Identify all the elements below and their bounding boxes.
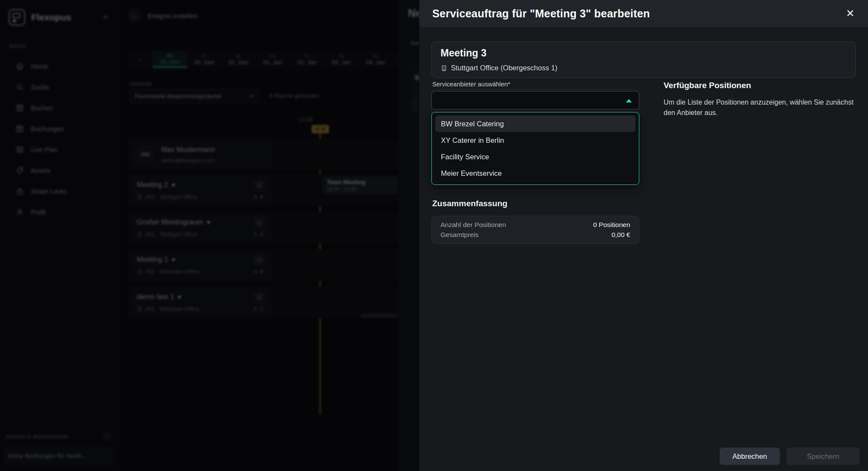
summary-heading: Zusammenfassung [432, 199, 507, 208]
summary-label: Gesamtpreis [441, 231, 479, 239]
available-positions-hint: Um die Liste der Positionen anzuzeigen, … [664, 97, 861, 118]
chevron-up-icon [626, 99, 632, 102]
summary-value: 0 Positionen [593, 221, 630, 229]
meeting-name: Meeting 3 [441, 47, 487, 59]
service-order-modal: Serviceauftrag für "Meeting 3" bearbeite… [419, 0, 868, 471]
summary-row-total: Gesamtpreis 0,00 € [441, 231, 630, 239]
summary-label: Anzahl der Positionen [441, 221, 506, 229]
meeting-location: Stuttgart Office (Obergeschoss 1) [441, 64, 557, 72]
provider-dropdown: BW Brezel Catering XY Caterer in Berlin … [431, 112, 639, 185]
summary-row-positions: Anzahl der Positionen 0 Positionen [441, 221, 630, 229]
close-icon[interactable]: ✕ [844, 7, 857, 20]
modal-header: Serviceauftrag für "Meeting 3" bearbeite… [419, 0, 868, 27]
modal-footer: Abbrechen Speichern [419, 444, 868, 471]
save-button[interactable]: Speichern [786, 448, 860, 465]
summary-value: 0,00 € [612, 231, 630, 239]
building-icon [441, 65, 447, 72]
provider-select[interactable] [431, 91, 639, 109]
available-positions-heading: Verfügbare Positionen [664, 81, 751, 90]
provider-option-meier-eventservice[interactable]: Meier Eventservice [435, 165, 635, 181]
provider-option-bw-brezel-catering[interactable]: BW Brezel Catering [435, 115, 635, 132]
modal-title: Serviceauftrag für "Meeting 3" bearbeite… [432, 7, 650, 20]
summary-card: Anzahl der Positionen 0 Positionen Gesam… [431, 216, 639, 244]
provider-select-label: Serviceanbieter auswählen* [432, 81, 510, 88]
app-root: Flexopus ≡ MENÜ Home Suche Buchen [0, 0, 868, 471]
provider-option-facility-service[interactable]: Facility Service [435, 148, 635, 165]
cancel-button[interactable]: Abbrechen [720, 448, 780, 465]
provider-option-xy-caterer-in-berlin[interactable]: XY Caterer in Berlin [435, 132, 635, 148]
meeting-summary-card: Meeting 3 Stuttgart Office (Obergeschoss… [431, 42, 856, 78]
